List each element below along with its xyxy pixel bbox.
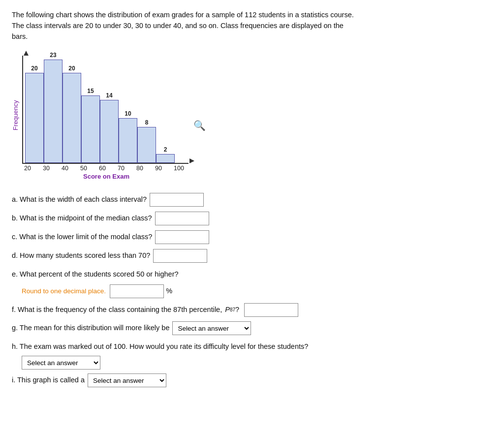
x-tick-label: 60 [99,165,118,172]
bar [100,100,119,163]
question-d: d. How many students scored less than 70… [12,248,492,264]
x-tick-label: 30 [43,165,62,172]
bar-group: 20 [25,65,44,163]
question-e-row: e. What percent of the students scored 5… [12,267,492,282]
x-tick-label: 90 [155,165,174,172]
question-f-label-pre: f. What is the frequency of the class co… [12,302,222,318]
x-tick-label: 100 [174,165,189,172]
bar [119,118,137,163]
question-f-var: P [225,302,230,318]
question-g-select[interactable]: Select an answer [172,321,251,335]
question-f-input[interactable] [244,303,298,317]
bar [44,60,63,163]
chart-area: Frequency 20232015141082 203040506070809… [12,51,492,180]
bar-value-label: 10 [125,110,131,117]
question-g-label: g. The mean for this distribution will m… [12,320,169,336]
question-c: c. What is the lower limit of the modal … [12,229,492,245]
chart-container: 20232015141082 2030405060708090100 Score… [22,51,189,180]
percent-symbol: % [166,283,172,299]
question-c-label: c. What is the lower limit of the modal … [12,229,152,245]
question-e-label: e. What percent of the students scored 5… [12,267,179,282]
question-a-input[interactable] [150,193,204,207]
question-h-select-row: Select an answer [22,356,492,370]
question-b: b. What is the midpoint of the median cl… [12,211,492,226]
question-e: e. What percent of the students scored 5… [12,267,492,299]
bar-value-label: 14 [106,92,112,99]
question-f: f. What is the frequency of the class co… [12,302,492,318]
x-axis-title: Score on Exam [24,173,189,180]
search-icon[interactable]: 🔍 [193,120,206,131]
bar-group: 14 [100,92,119,163]
question-h: h. The exam was marked out of 100. How w… [12,339,492,370]
question-e-note: Round to one decimal place. [22,284,106,299]
bar-value-label: 15 [87,88,94,94]
bar-group: 20 [63,65,81,163]
bar-value-label: 20 [31,65,37,72]
question-i: i. This graph is called a Select an answ… [12,372,492,388]
questions-section: a. What is the width of each class inter… [12,192,492,388]
x-tick-label: 50 [80,165,99,172]
x-tick-label: 20 [24,165,43,172]
question-e-input[interactable] [110,284,164,298]
question-h-select[interactable]: Select an answer [22,356,100,370]
question-c-input[interactable] [155,230,209,244]
x-tick-label: 40 [62,165,80,172]
question-i-label: i. This graph is called a [12,372,85,388]
question-a: a. What is the width of each class inter… [12,192,492,208]
bar-value-label: 2 [164,146,167,153]
bar [63,73,81,163]
bar-group: 10 [119,110,137,163]
question-f-label-post: ? [235,302,239,318]
bar [25,73,44,163]
chart-bars: 20232015141082 [22,56,189,164]
x-tick-label: 70 [118,165,136,172]
bar-group: 15 [81,88,100,163]
y-axis-arrow [24,51,29,56]
question-i-select[interactable]: Select an answer [88,373,166,387]
x-axis-labels: 2030405060708090100 [24,165,189,172]
x-tick-label: 80 [136,165,155,172]
question-f-sub: 87 [230,305,235,315]
y-axis-label: Frequency [12,51,19,180]
question-h-row: h. The exam was marked out of 100. How w… [12,339,492,355]
bar-group: 2 [156,146,175,163]
bar [137,127,156,163]
bar [81,95,100,163]
question-g: g. The mean for this distribution will m… [12,320,492,336]
question-e-input-row: Round to one decimal place. % [22,283,492,299]
bar-value-label: 23 [50,52,56,59]
intro-text: The following chart shows the distributi… [12,10,356,42]
bar-group: 23 [44,52,63,163]
question-h-label: h. The exam was marked out of 100. How w… [12,339,308,355]
question-d-label: d. How many students scored less than 70… [12,248,150,264]
question-b-label: b. What is the midpoint of the median cl… [12,211,152,226]
bar-group: 8 [137,119,156,163]
question-b-input[interactable] [155,212,209,225]
bar-value-label: 8 [145,119,149,126]
bar [156,154,175,163]
question-a-label: a. What is the width of each class inter… [12,192,147,208]
question-d-input[interactable] [153,249,207,263]
bar-value-label: 20 [68,65,75,72]
